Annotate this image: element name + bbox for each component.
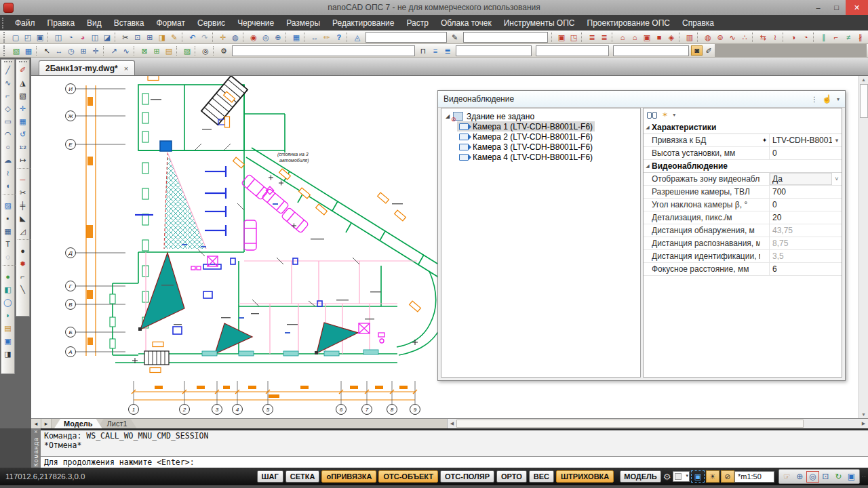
status-toggle[interactable]: СЕТКА bbox=[285, 470, 320, 483]
break-icon[interactable]: ─ bbox=[16, 174, 29, 186]
ops-trace-plus-icon[interactable]: ≠ bbox=[842, 32, 854, 43]
select-icon[interactable]: ↖ bbox=[41, 45, 53, 56]
property-value[interactable]: 0 bbox=[769, 147, 832, 159]
regen-icon[interactable]: ↻ bbox=[832, 471, 845, 483]
sheet-set-icon[interactable]: ▤ bbox=[163, 45, 175, 56]
workspace-combo[interactable]: ▾ bbox=[673, 471, 690, 482]
polyline-icon[interactable]: ∿ bbox=[1, 77, 14, 89]
status-toggle[interactable]: ШАГ bbox=[257, 470, 283, 483]
close-button[interactable]: ✕ bbox=[846, 0, 868, 15]
menu-item[interactable]: Вставка bbox=[108, 16, 151, 30]
drawing-canvas[interactable]: И Ж Е Д Г В Б А bbox=[31, 76, 868, 418]
ops-update2-icon[interactable]: ◔ bbox=[800, 32, 812, 43]
cut-icon[interactable]: ✂ bbox=[119, 32, 132, 43]
batch-plot-icon[interactable]: ◪ bbox=[101, 32, 113, 43]
arc-icon[interactable]: ◠ bbox=[1, 128, 14, 141]
command-input[interactable]: Для продолжения нажмите <Enter>: bbox=[41, 456, 868, 468]
norm-check-icon[interactable]: ▨ bbox=[181, 45, 193, 56]
maximize-button[interactable]: □ bbox=[827, 0, 846, 15]
selection-cycling-icon[interactable]: ▣ bbox=[691, 470, 705, 483]
panel-header[interactable]: Видеонаблюдение ⋮ ☝ ▾ bbox=[438, 91, 845, 108]
copy-icon[interactable]: ⊡ bbox=[132, 32, 144, 43]
chamfer-icon[interactable]: ◣ bbox=[16, 212, 29, 225]
status-toggle[interactable]: ОРТО bbox=[496, 470, 527, 483]
hatch-icon[interactable]: ▨ bbox=[1, 199, 14, 212]
value-dropdown-icon[interactable]: ˅ bbox=[832, 176, 842, 182]
show-all-icon[interactable]: ▣ bbox=[845, 471, 858, 483]
linetype-combo[interactable] bbox=[536, 45, 609, 56]
search-icon[interactable]: ◎ bbox=[199, 45, 212, 56]
quick-note-icon[interactable]: ✏ bbox=[321, 32, 333, 43]
ops-database-icon[interactable]: ≣ bbox=[586, 32, 598, 43]
table-icon[interactable]: ▦ bbox=[1, 225, 14, 238]
array-icon[interactable]: ▦ bbox=[16, 115, 29, 128]
status-toggle[interactable]: ШТРИХОВКА bbox=[556, 470, 614, 483]
rotate-icon[interactable]: ↺ bbox=[16, 128, 29, 141]
save-icon[interactable]: ▣ bbox=[34, 32, 46, 43]
status-toggle[interactable]: оПРИВЯЗКА bbox=[321, 470, 376, 483]
status-toggle[interactable]: ВЕС bbox=[529, 470, 554, 483]
zoom-window-icon[interactable]: ◉ bbox=[248, 32, 260, 43]
minimize-button[interactable]: – bbox=[809, 0, 827, 15]
move-icon[interactable]: ✛ bbox=[16, 102, 29, 115]
pan-icon[interactable]: ✛ bbox=[217, 32, 229, 43]
pin-icon[interactable]: ☝ bbox=[822, 94, 832, 104]
polyline-edit-icon[interactable]: ↗ bbox=[108, 45, 120, 56]
print-icon[interactable]: ◫ bbox=[52, 32, 64, 43]
menu-item[interactable]: Размеры bbox=[280, 16, 326, 30]
property-value[interactable]: Да bbox=[769, 173, 832, 185]
property-row[interactable]: Высота установки, мм 0 bbox=[644, 147, 842, 160]
ops-update1-icon[interactable]: ◑ bbox=[787, 32, 800, 43]
property-row[interactable]: Привязка к БД ✦ LTV-CDH-B8001L-F6 ▾ bbox=[644, 134, 842, 147]
zoom-extents-icon[interactable]: ⊡ bbox=[819, 471, 832, 483]
ops-link1-icon[interactable]: ◍ bbox=[702, 32, 714, 43]
gradient-icon[interactable]: ◧ bbox=[1, 283, 14, 296]
lineweight-combo[interactable] bbox=[613, 45, 689, 56]
property-row[interactable]: Фокусное расстояние, мм 6 bbox=[644, 263, 842, 276]
ops-trace-corner-icon[interactable]: ⌐ bbox=[830, 32, 842, 43]
settings-icon[interactable]: ⚙ bbox=[218, 45, 230, 56]
menu-item[interactable]: Облака точек bbox=[435, 16, 498, 30]
ops-zone-icon[interactable]: ▣ bbox=[641, 32, 653, 43]
export-table-icon[interactable]: ⊠ bbox=[138, 45, 151, 56]
menu-item[interactable]: Справка bbox=[676, 16, 720, 30]
pen-tool-icon[interactable]: ✎ bbox=[449, 32, 461, 43]
arc2-icon[interactable]: ◗ bbox=[1, 309, 14, 322]
spline-edit-icon[interactable]: ∿ bbox=[120, 45, 132, 56]
layer-manager-icon[interactable]: ≣ bbox=[441, 45, 454, 56]
revcloud-icon[interactable]: ☁ bbox=[1, 154, 14, 167]
status-toggle[interactable]: ОТС-ПОЛЯР bbox=[440, 470, 494, 483]
command-tab[interactable]: × Команда bbox=[31, 428, 41, 468]
vertical-scrollbar[interactable]: ▲ ▼ bbox=[859, 76, 868, 418]
find-icon[interactable] bbox=[647, 112, 657, 119]
menu-item[interactable]: Черчение bbox=[231, 16, 280, 30]
polygon-icon[interactable]: ◇ bbox=[1, 102, 14, 115]
scroll-left-icon[interactable]: ◀ bbox=[448, 419, 456, 428]
tree-camera-item[interactable]: Камера 3 (LTV-CDH-B8001L-F6) bbox=[457, 142, 595, 152]
ops-target-icon[interactable]: ◈ bbox=[665, 32, 677, 43]
categorize-icon[interactable]: ✶ bbox=[662, 110, 668, 119]
ops-link2-icon[interactable]: ⊚ bbox=[714, 32, 726, 43]
property-row[interactable]: Детализация, пикс./м 20 bbox=[644, 211, 842, 224]
property-value[interactable]: LTV-CDH-B8001L-F6 bbox=[769, 134, 832, 146]
tree-camera-item[interactable]: Камера 4 (LTV-CDH-B8001L-F6) bbox=[457, 152, 595, 162]
ops-trace-del-icon[interactable]: ∦ bbox=[854, 32, 867, 43]
horizontal-scrollbar[interactable]: ◀ ▶ bbox=[447, 419, 868, 428]
chevron-down-icon[interactable]: ▾ bbox=[837, 96, 840, 102]
value-dropdown-icon[interactable]: ▾ bbox=[832, 137, 842, 144]
layers-combo[interactable] bbox=[232, 45, 415, 56]
property-value[interactable]: 6 bbox=[769, 263, 832, 275]
panel-menu-icon[interactable]: ⋮ bbox=[811, 96, 817, 103]
grid-snap-icon[interactable]: ⊞ bbox=[77, 45, 90, 56]
donut-icon[interactable]: ● bbox=[1, 270, 14, 283]
layer-states-icon[interactable]: ≡ bbox=[429, 45, 441, 56]
snap-point-icon[interactable]: ✛ bbox=[90, 45, 102, 56]
plot-icon[interactable]: ◕ bbox=[77, 32, 89, 43]
resize-grip[interactable]: ∙∙ bbox=[860, 473, 868, 480]
property-row[interactable]: Дистанция идентификации, м 3,5 bbox=[644, 250, 842, 263]
property-value[interactable]: 700 bbox=[769, 186, 832, 198]
menu-item[interactable]: Проектирование ОПС bbox=[581, 16, 676, 30]
sheet-tab-model[interactable]: Модель bbox=[54, 419, 102, 428]
burst-icon[interactable]: ✹ bbox=[16, 258, 29, 270]
ops-room-icon[interactable]: ■ bbox=[653, 32, 665, 43]
